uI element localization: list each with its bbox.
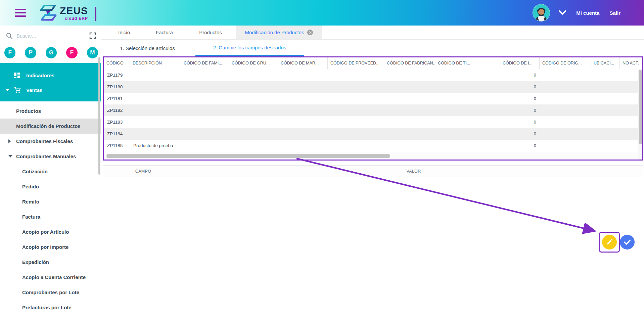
workspace-avatars: F P G F M — [0, 44, 101, 63]
main-content: Inicio Factura Productos Modificación de… — [101, 26, 644, 315]
sidebar-item-pedido[interactable]: Pedido — [0, 179, 101, 194]
brand-name: ZEUS — [60, 6, 88, 15]
step-seleccion-de-articulos[interactable]: 1. Selección de artículos — [112, 40, 183, 56]
column-header[interactable]: CÓDIGO DE GRU... — [229, 57, 278, 69]
column-header[interactable]: CÓDIGO — [104, 57, 130, 69]
sidebar-item-acopio-por-articulo[interactable]: Acopio por Artículo — [0, 224, 101, 239]
column-header[interactable]: CÓDIGO DE TI... — [435, 57, 500, 69]
workspace-avatar[interactable]: G — [46, 47, 57, 58]
tab-productos[interactable]: Productos — [185, 26, 236, 39]
sidebar-item-comprobantes-fiscales[interactable]: Comprobantes Fiscales — [0, 134, 101, 149]
table-row[interactable]: ZP1181 0 — [104, 93, 639, 104]
products-grid-header: CÓDIGO DESCRIPCIÓN CÓDIGO DE FAMI... CÓD… — [104, 57, 639, 69]
fields-grid-body — [101, 177, 644, 227]
brand-tagline: cloud ERP — [65, 16, 88, 21]
column-header[interactable]: CÓDIGO DE FAMI... — [181, 57, 229, 69]
sidebar-search — [0, 28, 101, 44]
sidebar-item-ventas[interactable]: Ventas — [0, 83, 101, 97]
workspace-avatar[interactable]: F — [4, 47, 15, 58]
chevron-right-icon — [8, 139, 11, 143]
zeus-logo-icon — [40, 5, 57, 21]
sidebar-item-remito[interactable]: Remito — [0, 194, 101, 209]
sidebar-item-factura[interactable]: Factura — [0, 209, 101, 224]
products-grid: CÓDIGO DESCRIPCIÓN CÓDIGO DE FAMI... CÓD… — [103, 56, 643, 161]
table-row[interactable]: ZP1183 0 — [104, 116, 639, 128]
dashboard-icon — [14, 73, 20, 78]
table-row[interactable]: ZP1179 0 — [104, 69, 639, 81]
column-header[interactable]: CÓDIGO DE ORIG... — [540, 57, 591, 69]
column-header[interactable]: CÓDIGO DE MAR... — [278, 57, 328, 69]
chevron-down-icon — [5, 89, 9, 91]
sidebar-item-cotizacion[interactable]: Cotización — [0, 164, 101, 179]
app-header: ZEUS cloud ERP Mi cuenta — [0, 0, 644, 26]
column-header[interactable]: DESCRIPCIÓN — [130, 57, 181, 69]
section-divider — [103, 227, 644, 227]
sidebar-item-acopio-por-importe[interactable]: Acopio por Importe — [0, 239, 101, 255]
table-row[interactable]: ZP1180 0 — [104, 81, 639, 93]
sidebar-item-prefacturas-por-lote[interactable]: Prefacturas por Lote — [0, 300, 101, 315]
sidebar-scrollbar[interactable] — [98, 57, 100, 175]
column-header[interactable]: CÓDIGO DE PROVEED... — [328, 57, 384, 69]
table-row[interactable]: ZP1182 0 — [104, 104, 639, 116]
tab-modificacion-de-productos[interactable]: Modificación de Productos ✕ — [236, 26, 322, 39]
workspace-avatar[interactable]: P — [25, 47, 36, 58]
confirm-button[interactable] — [620, 235, 635, 250]
column-header-campo[interactable]: CAMPO — [103, 166, 184, 177]
horizontal-scrollbar[interactable] — [104, 152, 638, 160]
brand-logo: ZEUS cloud ERP — [40, 5, 96, 21]
step-cambie-los-campos[interactable]: 2. Cambie los campos deseados — [195, 40, 304, 56]
sidebar-item-comprobantes-por-lote[interactable]: Comprobantes por Lote — [0, 285, 101, 300]
tab-factura[interactable]: Factura — [143, 26, 185, 39]
tab-inicio[interactable]: Inicio — [105, 26, 143, 39]
table-row[interactable]: ZP1185 Producto de prueba 0 — [104, 140, 639, 151]
sidebar-item-expedicion[interactable]: Expedición — [0, 255, 101, 270]
hamburger-menu-icon[interactable] — [15, 9, 26, 17]
fullscreen-icon[interactable] — [89, 32, 96, 39]
user-avatar[interactable] — [533, 4, 550, 21]
sidebar-item-acopio-a-cuenta-corriente[interactable]: Acopio a Cuenta Corriente — [0, 270, 101, 285]
sidebar: F P G F M Indicadores Ventas — [0, 26, 101, 315]
fields-grid-header: CAMPO VALOR — [103, 165, 643, 177]
sidebar-item-indicadores[interactable]: Indicadores — [0, 68, 101, 83]
sidebar-menu: Productos Modificación de Productos Comp… — [0, 101, 101, 315]
header-divider — [95, 7, 96, 21]
sidebar-item-productos[interactable]: Productos — [0, 103, 101, 119]
annotation-highlight-box — [599, 232, 620, 253]
sidebar-active-section: Indicadores Ventas — [0, 63, 101, 101]
column-header[interactable]: UBICACI... — [591, 57, 620, 69]
sidebar-item-comprobantes-manuales[interactable]: Comprobantes Manuales — [0, 149, 101, 164]
search-icon — [6, 33, 12, 39]
sidebar-item-label: Indicadores — [26, 73, 54, 78]
workspace-avatar[interactable]: F — [66, 47, 77, 58]
column-header[interactable]: CÓDIGO DE FABRICAN... — [384, 57, 435, 69]
column-header-valor[interactable]: VALOR — [184, 166, 643, 177]
column-header[interactable]: CÓDIGO DE I... — [500, 57, 540, 69]
tab-bar: Inicio Factura Productos Modificación de… — [101, 26, 644, 40]
column-header[interactable]: NO ACT... — [620, 57, 639, 69]
zeus-erp-app: ZEUS cloud ERP Mi cuenta — [0, 0, 644, 315]
vertical-scrollbar[interactable] — [638, 69, 642, 160]
pencil-icon — [606, 239, 613, 245]
edit-fields-button[interactable] — [602, 235, 617, 250]
sidebar-item-modificacion-de-productos[interactable]: Modificación de Productos — [0, 119, 101, 134]
table-row[interactable]: ZP1184 0 — [104, 128, 639, 140]
my-account-link[interactable]: Mi cuenta — [576, 10, 599, 16]
search-input[interactable] — [16, 33, 89, 39]
logout-link[interactable]: Salir — [609, 10, 620, 16]
close-tab-icon[interactable]: ✕ — [307, 30, 313, 35]
sidebar-item-label: Ventas — [26, 87, 42, 93]
chevron-down-icon — [8, 155, 12, 158]
cart-icon — [14, 87, 21, 93]
wizard-steps: 1. Selección de artículos 2. Cambie los … — [101, 40, 644, 56]
account-chevron-down-icon[interactable] — [559, 10, 566, 15]
check-icon — [624, 239, 631, 245]
workspace-avatar[interactable]: M — [87, 47, 98, 58]
